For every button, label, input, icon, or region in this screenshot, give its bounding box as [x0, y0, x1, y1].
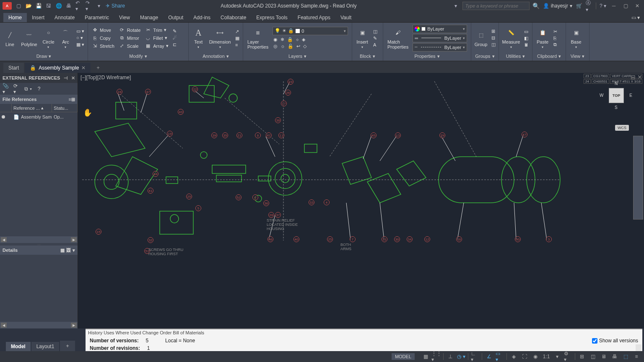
qat-saveas-icon[interactable]: 🖫 [45, 3, 52, 9]
group-edit-icon[interactable]: ⊟ [491, 35, 496, 41]
paste-button[interactable]: 📋Paste▾ [535, 26, 550, 50]
line-button[interactable]: ╱Line [3, 28, 17, 48]
tab-vault[interactable]: Vault [335, 13, 356, 22]
scale-button[interactable]: ⤢Scale [118, 42, 141, 50]
qat-more-icon[interactable]: ▾ [96, 3, 102, 9]
minimize-icon[interactable]: ─ [610, 2, 618, 10]
ribbon-collapse-icon[interactable]: ▭ ▾ [627, 13, 644, 22]
layer-iso-icon[interactable]: ◈ [301, 36, 306, 43]
move-button[interactable]: ✥Move [91, 26, 115, 34]
gizmo-icon[interactable]: ◉ [531, 353, 540, 360]
layer-dropdown[interactable]: 💡 ☀ 🔒 0 [273, 27, 348, 35]
history-tabs[interactable]: History Uses Where Used Change Order Bil… [86, 329, 642, 337]
explode-icon[interactable]: ☄ [172, 35, 178, 41]
col-status[interactable]: Statu... [52, 104, 78, 112]
rectangle-button[interactable]: ▭ ▾ [75, 28, 85, 34]
ortho-icon[interactable]: ⊥ [446, 353, 454, 360]
user-menu[interactable]: 👤 ihayesjr ▾ [543, 3, 572, 9]
col-reference[interactable]: Reference ...▴ [12, 104, 52, 112]
rotate-button[interactable]: ⟳Rotate [118, 26, 141, 34]
base-button[interactable]: ▣Base▾ [569, 26, 584, 50]
tab-output[interactable]: Output [163, 13, 188, 22]
selection-icon[interactable]: ⛶ [520, 353, 529, 360]
offset-icon[interactable]: ⊏ [172, 41, 178, 48]
copy-clip-icon[interactable]: ⎘ [553, 35, 558, 41]
tab-addins[interactable]: Add-ins [188, 13, 216, 22]
panel-modify-label[interactable]: Modify ▾ [90, 52, 187, 60]
details-icon2[interactable]: 🖼 [66, 248, 71, 253]
chevron-down-icon[interactable]: ▾ [73, 248, 75, 253]
details-icon1[interactable]: ▦ [60, 248, 65, 253]
snap-icon[interactable]: ⋮⋮ ▾ [432, 353, 441, 360]
polar-icon[interactable]: ◷ ▾ [457, 353, 465, 360]
panel-utilities-label[interactable]: Utilities ▾ [501, 52, 530, 60]
refresh-icon[interactable]: ⟳ ▾ [13, 85, 21, 93]
cut-icon[interactable]: ✂ [553, 28, 558, 35]
help-icon[interactable]: ? ▾ [600, 3, 606, 9]
group-bbox-icon[interactable]: ◫ [491, 41, 496, 48]
tab-view[interactable]: View [114, 13, 135, 22]
fillet-button[interactable]: ◡Fillet ▾ [144, 34, 169, 42]
palette-scroll[interactable]: ◀▶ [0, 236, 78, 243]
arc-button[interactable]: ⌒Arc▾ [58, 26, 73, 50]
create-block-icon[interactable]: ◫ [372, 28, 378, 35]
pin-icon[interactable]: ⊣ [64, 75, 68, 81]
lineweight-dropdown[interactable]: ═ByLayer [413, 34, 467, 42]
qat-open-icon[interactable]: 📂 [25, 3, 32, 9]
attr-icon[interactable]: A [372, 42, 378, 48]
wcs-badge[interactable]: WCS [615, 125, 629, 131]
add-tab-icon[interactable]: ＋ [91, 62, 105, 73]
cart-icon[interactable]: 🛒 [576, 3, 582, 9]
layer-unlock-icon[interactable]: 🔓 [287, 43, 294, 49]
dimension-button[interactable]: ⟷Dimension▾ [208, 26, 232, 50]
redo-icon[interactable]: ↷ ▾ [86, 3, 92, 9]
tab-home[interactable]: Home [3, 13, 27, 22]
panel-properties-label[interactable]: Properties ▾ [385, 52, 469, 60]
attach-icon[interactable]: 📎 ▾ [3, 85, 10, 93]
tab-model[interactable]: Model [6, 342, 31, 351]
maximize-icon[interactable]: ▢ [621, 2, 630, 10]
show-all-checkbox[interactable] [592, 338, 597, 344]
qselect-icon[interactable]: ◧ [523, 35, 530, 41]
add-layout-icon[interactable]: ＋ [60, 341, 75, 351]
otrack-icon[interactable]: ∠ [485, 353, 493, 360]
share-button[interactable]: ✈ Share [106, 3, 125, 9]
help-icon[interactable]: ? [35, 85, 43, 93]
file-tab-start[interactable]: Start [3, 63, 24, 73]
panel-annotation-label[interactable]: Annotation ▾ [190, 52, 241, 60]
app-logo[interactable]: A [3, 2, 12, 10]
clean-icon[interactable]: 🖶 [610, 353, 619, 360]
model-badge[interactable]: MODEL [392, 353, 415, 360]
panel-view-label[interactable]: View ▾ [568, 52, 587, 60]
grid-icon[interactable]: ▦ [421, 353, 430, 360]
gear-icon[interactable]: ⚙ ▾ [564, 353, 572, 360]
palette-close-icon[interactable]: ✕ [71, 75, 75, 81]
stretch-button[interactable]: ⇲Stretch [91, 42, 115, 50]
tab-insert[interactable]: Insert [27, 13, 49, 22]
panel-clipboard-label[interactable]: Clipboard ▾ [534, 52, 564, 60]
osnap-icon[interactable]: ∟ ▾ [471, 353, 479, 360]
layer-thaw-icon[interactable]: ☼ [280, 43, 286, 49]
array-button[interactable]: ▦Array ▾ [144, 42, 169, 50]
measure-button[interactable]: 📏Measure▾ [501, 26, 521, 50]
file-tab-assembly[interactable]: 🔒 Assembly Sample ✕ [25, 63, 91, 73]
lineweight-icon[interactable]: ▭ ▾ [496, 353, 504, 360]
isolate-icon[interactable]: ◫ [589, 353, 597, 360]
qat-new-icon[interactable]: ▢ [15, 3, 22, 9]
tab-annotate[interactable]: Annotate [49, 13, 80, 22]
hatch-button[interactable]: ▦ ▾ [75, 41, 85, 48]
mirror-button[interactable]: ⧉Mirror [118, 34, 141, 42]
menu-icon[interactable]: ≡ [632, 353, 641, 360]
calc-icon[interactable]: 🖩 [523, 42, 530, 48]
qat-save-icon[interactable]: 💾 [35, 3, 42, 9]
match-properties-button[interactable]: 🖌Match Properties [386, 26, 410, 50]
layer-lock-icon[interactable]: 🔒 [286, 36, 294, 43]
insert-button[interactable]: ▣Insert▾ [355, 26, 370, 50]
text-button[interactable]: AText▾ [191, 26, 205, 50]
exchange-icon[interactable]: Ⓐ ▾ [586, 3, 592, 9]
edit-block-icon[interactable]: ✎ [372, 35, 378, 41]
undo-icon[interactable]: ↶ ▾ [75, 3, 82, 9]
search-input[interactable] [462, 2, 530, 10]
table-icon[interactable]: ▦ [234, 35, 240, 41]
details-scroll[interactable]: ◀▶ [0, 322, 78, 328]
